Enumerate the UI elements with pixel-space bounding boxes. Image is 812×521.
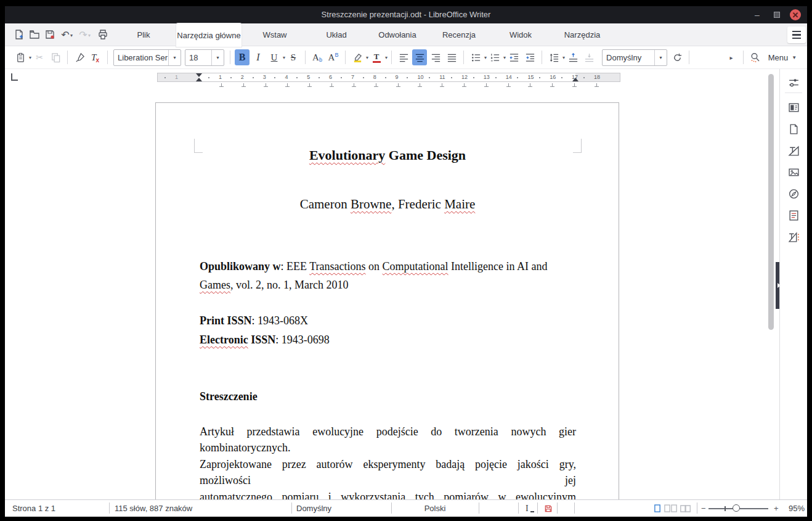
- justify-button[interactable]: [444, 49, 459, 65]
- sidebar-properties-button[interactable]: [787, 101, 800, 113]
- bold-button[interactable]: B: [235, 49, 250, 65]
- align-right-button[interactable]: [428, 49, 443, 65]
- line-spacing-dropdown[interactable]: ▾: [562, 55, 565, 60]
- minimize-button[interactable]: –: [752, 9, 763, 20]
- paragraph-style-combobox[interactable]: Domyślny ▾: [602, 49, 667, 66]
- decrease-paragraph-spacing-button[interactable]: [582, 49, 596, 65]
- update-style-button[interactable]: [670, 49, 684, 65]
- menu-dropdown-icon: ▼: [792, 55, 797, 60]
- first-line-indent-marker[interactable]: [196, 73, 202, 77]
- selection-mode-icon[interactable]: I: [526, 504, 529, 514]
- strikethrough-button[interactable]: S: [286, 49, 301, 65]
- clear-formatting-button[interactable]: Tx: [88, 49, 103, 65]
- selection-mode-underscore: [530, 511, 534, 512]
- line-spacing-button[interactable]: [546, 49, 561, 65]
- single-page-view-button[interactable]: [654, 504, 662, 513]
- print-button[interactable]: [96, 28, 110, 41]
- document-area[interactable]: Evolutionary Game Design Cameron Browne,…: [5, 89, 773, 499]
- multi-page-view-button[interactable]: [664, 504, 678, 513]
- sidebar-page-button[interactable]: [787, 123, 800, 135]
- numbered-list-dropdown[interactable]: ▾: [503, 55, 506, 60]
- zoom-in-button[interactable]: +: [774, 504, 779, 513]
- tab-narzedzia[interactable]: Narzędzia: [554, 23, 610, 46]
- underline-button[interactable]: U: [267, 49, 282, 65]
- document-page[interactable]: Evolutionary Game Design Cameron Browne,…: [155, 102, 619, 499]
- paragraph-style-dropdown[interactable]: ▾: [654, 50, 667, 65]
- doc-abstract-heading[interactable]: Streszczenie: [200, 390, 575, 403]
- text-language[interactable]: Polski: [391, 504, 479, 513]
- sidebar-styles-button[interactable]: [787, 144, 800, 157]
- unsaved-changes-icon[interactable]: [544, 504, 553, 513]
- zoom-slider-thumb[interactable]: [733, 504, 740, 512]
- page-style[interactable]: Domyślny: [296, 504, 331, 513]
- menubar-toggle-button[interactable]: [787, 27, 806, 43]
- zoom-out-button[interactable]: −: [701, 504, 706, 513]
- sidebar-style-inspector-button[interactable]: [787, 231, 800, 243]
- doc-published-paragraph[interactable]: Opublikowany w: EEE Transactions on Comp…: [200, 257, 577, 294]
- tab-stop-selector[interactable]: [11, 73, 18, 81]
- save-button[interactable]: [43, 28, 57, 41]
- superscript-button[interactable]: AB: [326, 49, 341, 65]
- subscript-button[interactable]: Ab: [310, 49, 325, 65]
- close-button[interactable]: ✕: [790, 9, 801, 20]
- word-count[interactable]: 115 słów, 887 znaków: [115, 504, 192, 513]
- increase-indent-button[interactable]: [522, 49, 537, 65]
- ruler-scale[interactable]: 1234567891011121314151617181: [157, 73, 620, 82]
- italic-button[interactable]: I: [251, 49, 266, 65]
- font-color-button[interactable]: T: [369, 49, 384, 65]
- sidebar-settings-button[interactable]: [787, 76, 800, 89]
- vertical-scrollbar-thumb[interactable]: [768, 74, 774, 330]
- numbered-list-button[interactable]: [487, 49, 502, 65]
- cut-button[interactable]: ✂: [32, 49, 47, 65]
- tab-widok[interactable]: Widok: [493, 23, 548, 46]
- new-document-button[interactable]: [12, 28, 26, 41]
- doc-authors[interactable]: Cameron Browne, Frederic Maire: [200, 197, 575, 212]
- highlight-color-dropdown[interactable]: ▾: [366, 55, 368, 60]
- menu-button[interactable]: Menu ▼: [764, 49, 801, 65]
- sidebar-gallery-button[interactable]: [787, 166, 800, 178]
- paste-button[interactable]: [13, 49, 28, 65]
- sidebar-navigator-button[interactable]: [787, 187, 800, 200]
- open-file-button[interactable]: [28, 28, 41, 41]
- tab-uklad[interactable]: Układ: [309, 23, 364, 46]
- font-name-combobox[interactable]: Liberation Ser ▾: [113, 49, 181, 66]
- zoom-level[interactable]: 95%: [789, 504, 805, 513]
- tab-recenzja[interactable]: Recenzja: [431, 23, 487, 46]
- highlight-color-button[interactable]: [350, 49, 365, 65]
- font-size-dropdown[interactable]: ▾: [211, 50, 224, 65]
- abstract-line: Zaprojektowane przez autorów eksperyment…: [200, 456, 576, 489]
- font-size-combobox[interactable]: 18 ▾: [185, 49, 224, 66]
- decrease-indent-button[interactable]: [506, 49, 521, 65]
- increase-paragraph-spacing-button[interactable]: [566, 49, 580, 65]
- clone-formatting-button[interactable]: [72, 49, 87, 65]
- underline-dropdown[interactable]: ▾: [283, 55, 285, 60]
- toolbar-expand-button[interactable]: ▸: [724, 49, 739, 65]
- sidebar-manage-changes-button[interactable]: [787, 209, 800, 221]
- tab-odwolania[interactable]: Odwołania: [370, 23, 425, 46]
- align-center-button[interactable]: [412, 49, 427, 65]
- doc-abstract-paragraph[interactable]: Artykuł przedstawia ewolucyjne podejście…: [200, 424, 576, 499]
- font-name-dropdown[interactable]: ▾: [168, 50, 181, 65]
- left-indent-marker[interactable]: [196, 78, 202, 81]
- copy-button[interactable]: [48, 49, 63, 65]
- find-replace-button[interactable]: [748, 49, 763, 65]
- title-bar[interactable]: Streszczenie prezentacji.odt - LibreOffi…: [5, 6, 807, 23]
- book-view-button[interactable]: [680, 504, 692, 513]
- maximize-button[interactable]: [771, 9, 782, 20]
- tab-wstaw[interactable]: Wstaw: [247, 23, 302, 46]
- doc-electronic-issn[interactable]: Electronic ISSN: 1943-0698: [200, 334, 575, 347]
- ruler-tabstops: [157, 83, 620, 88]
- bullet-list-dropdown[interactable]: ▾: [484, 55, 487, 60]
- doc-print-issn[interactable]: Print ISSN: 1943-068X: [200, 314, 575, 327]
- bullet-list-button[interactable]: [468, 49, 483, 65]
- doc-title[interactable]: Evolutionary Game Design: [200, 147, 575, 163]
- tab-narzedzia-glowne[interactable]: Narzędzia główne: [176, 23, 242, 47]
- abstract-line: Artykuł przedstawia ewolucyjne podejście…: [200, 424, 576, 456]
- paste-dropdown[interactable]: ▾: [29, 55, 31, 60]
- tab-plik[interactable]: Plik: [116, 23, 171, 46]
- redo-dropdown[interactable]: ▾: [88, 33, 91, 38]
- font-color-dropdown[interactable]: ▾: [385, 55, 388, 60]
- undo-dropdown[interactable]: ▾: [70, 33, 73, 38]
- align-left-button[interactable]: [396, 49, 411, 65]
- page-count[interactable]: Strona 1 z 1: [12, 504, 55, 513]
